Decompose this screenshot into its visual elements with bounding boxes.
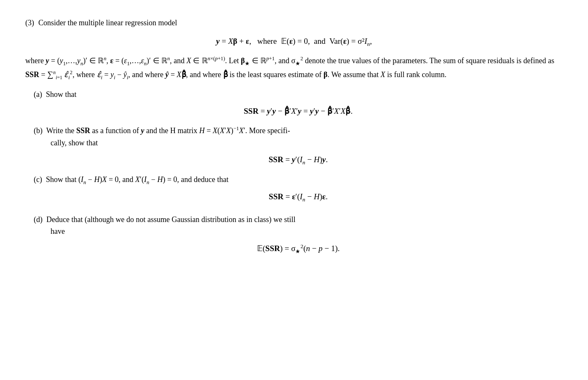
part-b-text2: cally, show that — [51, 139, 98, 147]
main-equation: y = Xβ + ε, where 𝔼(ε) = 0, and Var(ε) =… — [25, 35, 563, 48]
problem-container: (3) Consider the multiple linear regress… — [25, 17, 563, 256]
main-equation-text: y = Xβ + ε, where 𝔼(ε) = 0, and Var(ε) =… — [216, 37, 372, 45]
part-c-equation: SSR = ε′(In − H)ε. — [34, 190, 563, 204]
part-d-equation: 𝔼(SSR) = σ★2(n − p − 1). — [34, 242, 563, 256]
problem-header: (3) Consider the multiple linear regress… — [25, 17, 563, 29]
part-a-equation: SSR = y′y − β̂′X′y = y′y − β̂′X′Xβ̂. — [34, 105, 563, 118]
part-d: (d) Deduce that (although we do not assu… — [34, 214, 563, 256]
part-d-text2: have — [51, 227, 65, 235]
part-c-label: (c) — [34, 175, 44, 184]
part-c-text: Show that (In − H)X = 0, and X′(In − H) … — [46, 175, 229, 184]
part-d-label: (d) — [34, 215, 45, 224]
part-a-text: Show that — [46, 90, 77, 99]
part-a-label: (a) — [34, 90, 44, 99]
part-b-text1: Write the SSR as a function of y and the… — [46, 126, 290, 135]
part-d-text1: Deduce that (although we do not assume G… — [46, 215, 295, 224]
description-para: where y = (y1,…,yn)′ ∈ ℝn, ε = (ε1,…,εn)… — [25, 54, 563, 82]
part-b-equation: SSR = y′(In − H)y. — [34, 153, 563, 167]
problem-intro: Consider the multiple linear regression … — [38, 17, 177, 29]
part-b-label: (b) — [34, 126, 45, 135]
part-c: (c) Show that (In − H)X = 0, and X′(In −… — [34, 174, 563, 204]
problem-number: (3) — [25, 17, 34, 29]
part-b: (b) Write the SSR as a function of y and… — [34, 124, 563, 167]
part-a: (a) Show that SSR = y′y − β̂′X′y = y′y −… — [34, 88, 563, 118]
part-d-text2-block: have — [51, 225, 563, 238]
part-b-text2-block: cally, show that — [51, 137, 563, 149]
